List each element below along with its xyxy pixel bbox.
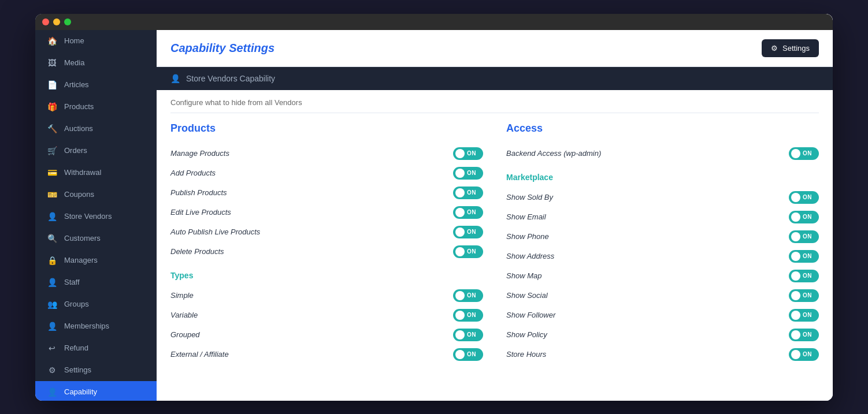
toggle-circle bbox=[791, 193, 800, 202]
sidebar-item-customers[interactable]: 🔍 Customers bbox=[35, 227, 157, 249]
toggle-switch[interactable]: ON bbox=[789, 309, 819, 322]
groups-icon: 👥 bbox=[47, 299, 57, 309]
toggle-row: Show Email ON bbox=[506, 207, 819, 227]
memberships-icon: 👤 bbox=[47, 321, 57, 331]
toggle-label: Publish Products bbox=[170, 188, 227, 197]
toggle-state: ON bbox=[803, 292, 812, 299]
sidebar-item-coupons[interactable]: 🎫 Coupons bbox=[35, 184, 157, 206]
sidebar-item-withdrawal[interactable]: 💳 Withdrawal bbox=[35, 162, 157, 184]
sidebar-item-groups[interactable]: 👥 Groups bbox=[35, 293, 157, 315]
sidebar-item-auctions[interactable]: 🔨 Auctions bbox=[35, 118, 157, 140]
sidebar-label-auctions: Auctions bbox=[64, 124, 93, 133]
toggle-switch[interactable]: ON bbox=[453, 167, 483, 180]
toggle-row: Publish Products ON bbox=[170, 183, 483, 203]
toggle-switch[interactable]: ON bbox=[789, 289, 819, 302]
sidebar-item-refund[interactable]: ↩ Refund bbox=[35, 337, 157, 359]
toggle-switch[interactable]: ON bbox=[789, 211, 819, 223]
toggle-circle bbox=[791, 232, 800, 241]
toggle-circle bbox=[455, 188, 465, 197]
toggle-switch[interactable]: ON bbox=[453, 226, 483, 238]
toggle-circle bbox=[791, 350, 800, 359]
toggle-switch[interactable]: ON bbox=[453, 289, 483, 302]
toggle-row: Show Phone ON bbox=[506, 227, 819, 247]
toggle-label: Add Products bbox=[170, 169, 216, 177]
sidebar-item-products[interactable]: 🎁 Products bbox=[35, 96, 157, 118]
gear-icon: ⚙ bbox=[771, 44, 778, 53]
sidebar-label-media: Media bbox=[64, 58, 84, 67]
sidebar-label-articles: Articles bbox=[64, 80, 89, 89]
sidebar-item-home[interactable]: 🏠 Home bbox=[35, 30, 157, 52]
close-button[interactable] bbox=[42, 18, 49, 25]
vendor-icon: 👤 bbox=[170, 74, 180, 83]
sidebar-item-managers[interactable]: 🔒 Managers bbox=[35, 249, 157, 271]
sidebar-item-store-vendors[interactable]: 👤 Store Vendors bbox=[35, 206, 157, 227]
sidebar-item-orders[interactable]: 🛒 Orders bbox=[35, 140, 157, 162]
sidebar-item-articles[interactable]: 📄 Articles bbox=[35, 74, 157, 96]
toggle-row: Simple ON bbox=[170, 286, 483, 305]
toggle-state: ON bbox=[803, 233, 812, 240]
toggle-switch[interactable]: ON bbox=[789, 348, 819, 361]
toggle-switch[interactable]: ON bbox=[453, 187, 483, 199]
toggle-state: ON bbox=[467, 229, 476, 235]
toggle-circle bbox=[455, 311, 465, 320]
toggle-circle bbox=[455, 208, 465, 217]
toggle-switch[interactable]: ON bbox=[453, 147, 483, 160]
staff-icon: 👤 bbox=[47, 277, 57, 288]
toggle-row: Edit Live Products ON bbox=[170, 203, 483, 222]
toggle-state: ON bbox=[467, 170, 476, 176]
toggle-switch[interactable]: ON bbox=[453, 206, 483, 219]
toggle-label: Auto Publish Live Products bbox=[170, 227, 260, 236]
sidebar: 🏠 Home 🖼 Media 📄 Articles 🎁 Products 🔨 A… bbox=[35, 14, 157, 401]
toggle-label: Store Hours bbox=[506, 350, 546, 359]
toggle-switch[interactable]: ON bbox=[789, 270, 819, 282]
withdrawal-icon: 💳 bbox=[47, 167, 57, 178]
auctions-icon: 🔨 bbox=[47, 124, 57, 134]
toggle-switch[interactable]: ON bbox=[453, 329, 483, 341]
sidebar-label-capability: Capability bbox=[64, 387, 97, 396]
settings-button-label: Settings bbox=[782, 44, 810, 53]
sidebar-item-memberships[interactable]: 👤 Memberships bbox=[35, 315, 157, 337]
toggle-switch[interactable]: ON bbox=[789, 191, 819, 204]
toggle-state: ON bbox=[803, 331, 812, 338]
toggle-circle bbox=[791, 149, 800, 158]
toggle-circle bbox=[455, 149, 465, 158]
toggle-label: Variable bbox=[170, 311, 198, 319]
toggle-switch[interactable]: ON bbox=[453, 245, 483, 258]
toggle-label: External / Affiliate bbox=[170, 350, 229, 359]
store-vendors-icon: 👤 bbox=[47, 211, 57, 222]
sidebar-item-settings[interactable]: ⚙ Settings bbox=[35, 359, 157, 381]
sidebar-label-refund: Refund bbox=[64, 344, 88, 352]
sidebar-label-groups: Groups bbox=[64, 300, 89, 308]
section-header-label: Store Vendors Capability bbox=[186, 74, 275, 83]
toggle-switch[interactable]: ON bbox=[789, 329, 819, 341]
toggle-switch[interactable]: ON bbox=[789, 147, 819, 160]
products-icon: 🎁 bbox=[47, 102, 57, 112]
toggle-row: Show Map ON bbox=[506, 266, 819, 286]
capability-icon: 👤 bbox=[47, 387, 57, 397]
toggle-state: ON bbox=[803, 150, 812, 156]
toggle-circle bbox=[791, 212, 800, 222]
sidebar-label-coupons: Coupons bbox=[64, 190, 94, 199]
minimize-button[interactable] bbox=[53, 18, 60, 25]
content-area: Configure what to hide from all Vendors … bbox=[157, 90, 833, 401]
sidebar-item-capability[interactable]: 👤 Capability bbox=[35, 381, 157, 401]
toggle-label: Show Social bbox=[506, 291, 548, 300]
toggle-state: ON bbox=[467, 312, 476, 318]
sidebar-item-media[interactable]: 🖼 Media bbox=[35, 52, 157, 74]
settings-icon: ⚙ bbox=[47, 365, 57, 375]
settings-button[interactable]: ⚙ Settings bbox=[762, 39, 819, 57]
sidebar-label-store-vendors: Store Vendors bbox=[64, 212, 112, 221]
toggle-switch[interactable]: ON bbox=[453, 348, 483, 361]
media-icon: 🖼 bbox=[47, 58, 57, 68]
sidebar-item-staff[interactable]: 👤 Staff bbox=[35, 271, 157, 293]
toggle-label: Backend Access (wp-admin) bbox=[506, 149, 601, 158]
customers-icon: 🔍 bbox=[47, 233, 57, 244]
toggle-switch[interactable]: ON bbox=[789, 250, 819, 263]
toggle-state: ON bbox=[803, 194, 812, 200]
maximize-button[interactable] bbox=[64, 18, 71, 25]
toggle-switch[interactable]: ON bbox=[453, 309, 483, 322]
sidebar-label-home: Home bbox=[64, 36, 84, 45]
toggle-switch[interactable]: ON bbox=[789, 230, 819, 243]
orders-icon: 🛒 bbox=[47, 146, 57, 156]
sidebar-label-customers: Customers bbox=[64, 234, 101, 243]
